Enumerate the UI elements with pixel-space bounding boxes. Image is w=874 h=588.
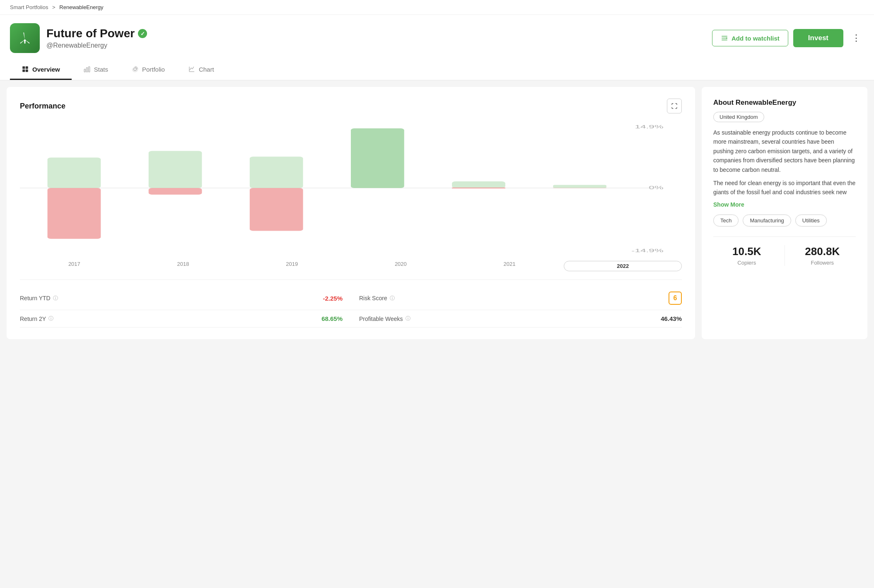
portfolio-name: Future of Power ✓	[46, 27, 147, 40]
breadcrumb: Smart Portfolios > RenewableEnergy	[0, 0, 874, 15]
year-2021[interactable]: 2021	[455, 261, 564, 271]
svg-rect-24	[149, 188, 202, 195]
tab-portfolio-label: Portfolio	[142, 66, 165, 73]
svg-point-14	[134, 68, 136, 70]
right-panel: About RenewableEnergy United Kingdom As …	[702, 87, 867, 339]
year-2022[interactable]: 2022	[564, 261, 682, 271]
invest-button[interactable]: Invest	[793, 29, 843, 47]
country-badge: United Kingdom	[713, 112, 764, 122]
about-description-1: As sustainable energy products continue …	[713, 128, 856, 174]
svg-rect-28	[452, 181, 505, 188]
more-options-button[interactable]: ⋮	[848, 31, 864, 45]
left-panel: Performance 14.9% 0% -14.9%	[7, 87, 695, 339]
svg-rect-22	[48, 188, 101, 239]
portfolio-handle: @RenewableEnergy	[46, 42, 147, 49]
svg-rect-13	[88, 67, 89, 72]
return-2y-value: 68.65%	[321, 315, 343, 322]
svg-text:14.9%: 14.9%	[635, 124, 663, 130]
tag-utilities[interactable]: Utilities	[795, 214, 827, 227]
tab-stats[interactable]: Stats	[72, 60, 120, 80]
tab-overview[interactable]: Overview	[10, 60, 72, 80]
header-section: Future of Power ✓ @RenewableEnergy Add t…	[0, 15, 874, 80]
return-2y-label: Return 2Y ⓘ	[20, 315, 53, 322]
return-2y-row: Return 2Y ⓘ 68.65%	[20, 310, 351, 328]
stats-grid: Return YTD ⓘ -2.25% Risk Score ⓘ 6 Retur…	[20, 280, 682, 328]
profitable-weeks-row: Profitable Weeks ⓘ 46.43%	[351, 310, 682, 328]
add-to-watchlist-button[interactable]: Add to watchlist	[712, 30, 788, 46]
followers-block: 280.8K Followers	[789, 245, 856, 266]
copiers-value: 10.5K	[713, 245, 780, 258]
navigation-tabs: Overview Stats Portfolio Char	[10, 60, 864, 80]
return-ytd-info[interactable]: ⓘ	[53, 295, 58, 302]
copiers-block: 10.5K Copiers	[713, 245, 780, 266]
stats-divider	[785, 245, 785, 266]
social-stats: 10.5K Copiers 280.8K Followers	[713, 236, 856, 266]
return-ytd-value: -2.25%	[323, 295, 343, 302]
tag-list: Tech Manufacturing Utilities	[713, 214, 856, 227]
svg-rect-27	[351, 128, 404, 188]
profitable-weeks-info[interactable]: ⓘ	[406, 315, 410, 322]
svg-rect-11	[84, 69, 85, 72]
year-2018[interactable]: 2018	[129, 261, 238, 271]
tab-chart-label: Chart	[199, 66, 214, 73]
followers-value: 280.8K	[789, 245, 856, 258]
copiers-label: Copiers	[713, 260, 780, 266]
year-2019[interactable]: 2019	[237, 261, 346, 271]
risk-score-row: Risk Score ⓘ 6	[351, 287, 682, 310]
tab-overview-label: Overview	[32, 66, 60, 73]
profitable-weeks-label: Profitable Weeks ⓘ	[359, 315, 410, 322]
svg-rect-12	[86, 67, 87, 72]
breadcrumb-separator: >	[52, 4, 56, 10]
tag-manufacturing[interactable]: Manufacturing	[743, 214, 791, 227]
svg-rect-21	[48, 157, 101, 188]
verified-badge: ✓	[138, 29, 147, 38]
year-2020[interactable]: 2020	[346, 261, 455, 271]
year-labels: 2017 2018 2019 2020 2021 2022	[20, 261, 682, 271]
about-title: About RenewableEnergy	[713, 99, 856, 107]
tag-tech[interactable]: Tech	[713, 214, 739, 227]
svg-rect-26	[250, 188, 303, 231]
svg-rect-10	[26, 70, 28, 72]
performance-title: Performance	[20, 102, 65, 111]
tab-portfolio[interactable]: Portfolio	[120, 60, 176, 80]
breadcrumb-parent[interactable]: Smart Portfolios	[10, 4, 48, 10]
svg-rect-7	[22, 66, 25, 69]
return-ytd-row: Return YTD ⓘ -2.25%	[20, 287, 351, 310]
tab-chart[interactable]: Chart	[176, 60, 226, 80]
svg-rect-30	[553, 185, 606, 188]
tab-stats-label: Stats	[94, 66, 108, 73]
svg-rect-9	[22, 70, 25, 72]
svg-text:-14.9%: -14.9%	[631, 248, 663, 253]
performance-chart: 14.9% 0% -14.9%	[20, 122, 682, 254]
svg-rect-25	[250, 157, 303, 188]
show-more-button[interactable]: Show More	[713, 201, 856, 208]
portfolio-logo	[10, 23, 40, 53]
return-2y-info[interactable]: ⓘ	[48, 315, 53, 322]
content-area: Performance 14.9% 0% -14.9%	[0, 80, 874, 346]
risk-score-badge: 6	[669, 292, 682, 305]
expand-chart-button[interactable]	[667, 99, 682, 113]
year-2017[interactable]: 2017	[20, 261, 129, 271]
risk-score-info[interactable]: ⓘ	[390, 295, 395, 302]
about-description-2: The need for clean energy is so importan…	[713, 178, 856, 197]
svg-rect-1	[24, 40, 26, 44]
profitable-weeks-value: 46.43%	[661, 315, 682, 322]
return-ytd-label: Return YTD ⓘ	[20, 295, 58, 302]
svg-rect-8	[26, 66, 28, 69]
svg-text:0%: 0%	[649, 185, 663, 190]
breadcrumb-current: RenewableEnergy	[59, 4, 103, 10]
svg-rect-23	[149, 151, 202, 188]
risk-score-label: Risk Score ⓘ	[359, 295, 395, 302]
followers-label: Followers	[789, 260, 856, 266]
